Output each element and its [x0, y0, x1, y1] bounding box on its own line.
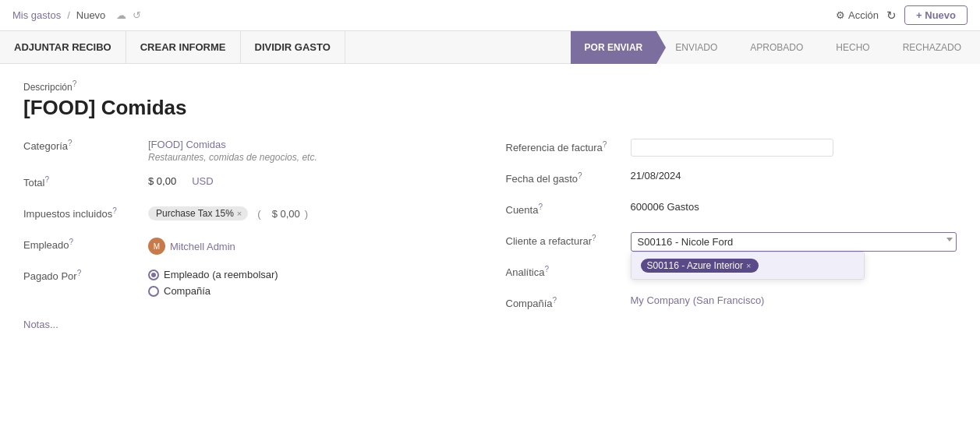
categoria-link[interactable]: [FOOD] Comidas — [148, 139, 475, 150]
crear-informe-button[interactable]: CREAR INFORME — [126, 31, 241, 64]
help-icon-pag[interactable]: ? — [77, 269, 82, 277]
tax-tag-label: Purchase Tax 15% — [156, 208, 234, 219]
undo-icon[interactable]: ↺ — [133, 9, 141, 21]
pipeline-label-por-enviar: POR ENVIAR — [585, 42, 643, 53]
breadcrumb: Mis gastos / Nuevo ☁ ↺ — [12, 9, 141, 21]
pipeline-step-aprobado[interactable]: APROBADO — [731, 31, 817, 64]
ref-row: Referencia de factura? — [506, 136, 957, 159]
total-amount: $ 0,00 — [148, 175, 176, 187]
top-bar-right: ⚙ Acción ↻ + Nuevo — [836, 5, 968, 25]
help-icon-fecha[interactable]: ? — [578, 171, 582, 180]
main-content: Descripción? [FOOD] Comidas Categoría? [… — [0, 64, 980, 346]
dropdown-item-azure[interactable]: S00116 - Azure Interior × — [632, 252, 864, 279]
empleado-value: M Mitchell Admin — [148, 234, 475, 255]
compania-row: Compañía? My Company (San Francisco) — [506, 291, 957, 315]
radio-group: Empleado (a reembolsar) Compañía — [148, 269, 475, 297]
accion-button[interactable]: ⚙ Acción — [836, 9, 879, 21]
dividir-gasto-button[interactable]: DIVIDIR GASTO — [241, 31, 345, 64]
cliente-value: S00116 - Azure Interior × — [631, 229, 957, 252]
page-title: [FOOD] Comidas — [23, 96, 957, 120]
breadcrumb-home[interactable]: Mis gastos — [12, 9, 61, 21]
cuenta-value: 600006 Gastos — [631, 198, 957, 213]
tax-amount: $ 0,00 — [272, 208, 300, 220]
ref-value — [631, 136, 957, 157]
breadcrumb-current: Nuevo — [76, 9, 106, 21]
compania-value: My Company (San Francisco) — [631, 291, 957, 306]
cliente-dropdown-arrow[interactable] — [943, 232, 957, 248]
cliente-input-wrap — [631, 232, 957, 252]
help-icon-analitica[interactable]: ? — [544, 265, 549, 273]
total-row: Total? $ 0,00 USD — [23, 172, 475, 194]
pipeline: POR ENVIAR ENVIADO APROBADO HECHO RECHAZ… — [571, 31, 980, 64]
pagado-label: Pagado Por? — [23, 266, 148, 282]
help-icon-comp[interactable]: ? — [552, 296, 557, 305]
adjuntar-recibo-button[interactable]: ADJUNTAR RECIBO — [0, 31, 126, 64]
ref-input[interactable] — [631, 139, 833, 157]
cuenta-row: Cuenta? 600006 Gastos — [506, 198, 957, 221]
nuevo-button[interactable]: + Nuevo — [904, 5, 968, 25]
svg-marker-0 — [946, 238, 953, 241]
action-bar: ADJUNTAR RECIBO CREAR INFORME DIVIDIR GA… — [0, 31, 980, 64]
gear-icon: ⚙ — [836, 9, 845, 21]
help-icon-emp[interactable]: ? — [69, 238, 74, 246]
fecha-label: Fecha del gasto? — [506, 167, 631, 185]
tax-tag-remove[interactable]: × — [237, 209, 242, 218]
top-bar: Mis gastos / Nuevo ☁ ↺ ⚙ Acción ↻ + Nuev… — [0, 0, 980, 31]
impuestos-row: Impuestos incluidos? Purchase Tax 15% × … — [23, 203, 475, 225]
cliente-row: Cliente a refacturar? S00116 - Azure Int… — [506, 229, 957, 252]
help-icon-cliente[interactable]: ? — [592, 234, 596, 242]
pipeline-label-rechazado: RECHAZADO — [903, 42, 961, 53]
radio-compania[interactable]: Compañía — [148, 285, 475, 297]
analitica-label: Analítica? — [506, 260, 631, 278]
empleado-name[interactable]: Mitchell Admin — [170, 241, 235, 252]
radio-dot-compania — [148, 286, 159, 297]
form-right: Referencia de factura? Fecha del gasto? … — [506, 136, 957, 330]
description-label: Descripción? — [23, 79, 957, 93]
form-left: Categoría? [FOOD] Comidas Restaurantes, … — [23, 136, 475, 330]
pipeline-step-enviado[interactable]: ENVIADO — [656, 31, 731, 64]
radio-compania-label: Compañía — [164, 285, 211, 297]
accion-label: Acción — [848, 9, 879, 21]
refresh-icon[interactable]: ↻ — [886, 9, 897, 23]
categoria-value: [FOOD] Comidas Restaurantes, comidas de … — [148, 136, 475, 163]
cuenta-label: Cuenta? — [506, 198, 631, 216]
azure-tag-remove[interactable]: × — [746, 261, 751, 270]
help-icon-ref[interactable]: ? — [603, 140, 607, 149]
pipeline-label-aprobado: APROBADO — [750, 42, 803, 53]
total-currency[interactable]: USD — [192, 175, 213, 187]
help-icon-desc[interactable]: ? — [73, 79, 77, 88]
pipeline-label-enviado: ENVIADO — [675, 42, 717, 53]
azure-tag: S00116 - Azure Interior × — [641, 259, 759, 273]
help-icon-imp[interactable]: ? — [112, 206, 117, 215]
pagado-value: Empleado (a reembolsar) Compañía — [148, 266, 475, 297]
categoria-row: Categoría? [FOOD] Comidas Restaurantes, … — [23, 136, 475, 163]
pipeline-step-hecho[interactable]: HECHO — [817, 31, 883, 64]
avatar: M — [148, 238, 165, 255]
pipeline-step-rechazado[interactable]: RECHAZADO — [884, 31, 980, 64]
help-icon-cat[interactable]: ? — [68, 139, 73, 147]
pipeline-step-por-enviar[interactable]: POR ENVIAR — [571, 31, 657, 64]
categoria-sub: Restaurantes, comidas de negocios, etc. — [148, 152, 475, 163]
impuestos-label: Impuestos incluidos? — [23, 203, 148, 220]
help-icon-cuenta[interactable]: ? — [538, 203, 543, 211]
tax-close-paren: ) — [305, 208, 308, 220]
azure-tag-label: S00116 - Azure Interior — [647, 260, 743, 271]
employee-row: M Mitchell Admin — [148, 238, 475, 255]
pagado-row: Pagado Por? Empleado (a reembolsar) Comp… — [23, 266, 475, 297]
tax-open-paren: ( — [257, 208, 260, 220]
cliente-input[interactable] — [638, 236, 840, 248]
help-icon-total[interactable]: ? — [44, 175, 49, 184]
ref-label: Referencia de factura? — [506, 136, 631, 153]
compania-name[interactable]: My Company (San Francisco) — [631, 294, 765, 306]
fecha-row: Fecha del gasto? 21/08/2024 — [506, 167, 957, 190]
notes-link[interactable]: Notas... — [23, 319, 475, 330]
pipeline-label-hecho: HECHO — [836, 42, 869, 53]
radio-empleado[interactable]: Empleado (a reembolsar) — [148, 269, 475, 280]
cloud-icon: ☁ — [116, 9, 126, 21]
categoria-label: Categoría? — [23, 136, 148, 152]
impuestos-value: Purchase Tax 15% × ( $ 0,00 ) — [148, 203, 475, 220]
breadcrumb-sep: / — [67, 9, 70, 21]
cliente-dropdown: S00116 - Azure Interior × — [631, 252, 865, 280]
total-value: $ 0,00 USD — [148, 172, 475, 187]
total-label: Total? — [23, 172, 148, 189]
